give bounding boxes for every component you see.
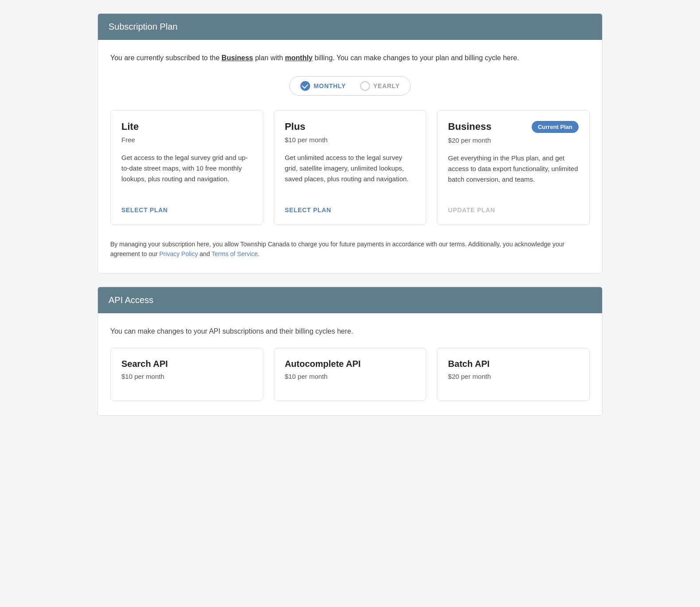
plan-card-business-header: Business Current Plan bbox=[448, 121, 579, 133]
api-access-body: You can make changes to your API subscri… bbox=[98, 313, 602, 415]
plan-action-lite: SELECT PLAN bbox=[121, 206, 252, 214]
api-plan-autocomplete: Autocomplete API $10 per month bbox=[274, 348, 427, 401]
terms-of-service-link[interactable]: Terms of Service bbox=[212, 250, 258, 257]
plans-grid: Lite Free Get access to the legal survey… bbox=[110, 110, 590, 225]
yearly-label: YEARLY bbox=[373, 82, 400, 89]
subscription-section: Subscription Plan You are currently subs… bbox=[97, 13, 603, 273]
plan-action-plus: SELECT PLAN bbox=[285, 206, 416, 214]
yearly-toggle-icon bbox=[360, 81, 370, 91]
plan-description-plus: Get unlimited access to the legal survey… bbox=[285, 152, 416, 197]
current-billing-cycle: monthly bbox=[285, 54, 312, 62]
api-access-intro: You can make changes to your API subscri… bbox=[110, 326, 590, 337]
api-plans-grid: Search API $10 per month Autocomplete AP… bbox=[110, 348, 590, 401]
api-access-header: API Access bbox=[98, 287, 602, 313]
api-plan-name-autocomplete: Autocomplete API bbox=[285, 359, 416, 369]
plan-price-lite: Free bbox=[121, 136, 252, 144]
plan-name-plus: Plus bbox=[285, 121, 305, 132]
api-access-section: API Access You can make changes to your … bbox=[97, 287, 603, 416]
api-plan-batch: Batch API $20 per month bbox=[437, 348, 590, 401]
api-access-title: API Access bbox=[109, 295, 153, 305]
api-plan-price-batch: $20 per month bbox=[448, 373, 579, 380]
subscription-footer: By managing your subscription here, you … bbox=[110, 239, 590, 259]
subscription-title: Subscription Plan bbox=[109, 22, 178, 31]
plan-price-business: $20 per month bbox=[448, 136, 579, 144]
plan-name-lite: Lite bbox=[121, 121, 139, 132]
monthly-label: MONTHLY bbox=[314, 82, 346, 89]
api-plan-name-batch: Batch API bbox=[448, 359, 579, 369]
plan-description-lite: Get access to the legal survey grid and … bbox=[121, 152, 252, 197]
api-plan-search: Search API $10 per month bbox=[110, 348, 263, 401]
current-plan-name: Business bbox=[222, 54, 253, 62]
plan-price-plus: $10 per month bbox=[285, 136, 416, 144]
plan-card-business: Business Current Plan $20 per month Get … bbox=[437, 110, 590, 225]
subscription-intro: You are currently subscribed to the Busi… bbox=[110, 52, 590, 64]
privacy-policy-link[interactable]: Privacy Policy bbox=[159, 250, 198, 257]
plan-card-lite: Lite Free Get access to the legal survey… bbox=[110, 110, 263, 225]
plan-card-plus: Plus $10 per month Get unlimited access … bbox=[274, 110, 427, 225]
select-plan-plus[interactable]: SELECT PLAN bbox=[285, 206, 331, 214]
api-plan-price-autocomplete: $10 per month bbox=[285, 373, 416, 380]
plan-description-business: Get everything in the Plus plan, and get… bbox=[448, 153, 579, 197]
subscription-body: You are currently subscribed to the Busi… bbox=[98, 40, 602, 273]
api-plan-name-search: Search API bbox=[121, 359, 252, 369]
plan-name-business: Business bbox=[448, 121, 491, 132]
monthly-toggle-icon bbox=[300, 81, 310, 91]
plan-card-plus-header: Plus bbox=[285, 121, 416, 132]
update-plan-business[interactable]: UPDATE PLAN bbox=[448, 206, 495, 214]
api-plan-price-search: $10 per month bbox=[121, 373, 252, 380]
plan-card-lite-header: Lite bbox=[121, 121, 252, 132]
billing-toggle-container: MONTHLY YEARLY bbox=[110, 76, 590, 96]
select-plan-lite[interactable]: SELECT PLAN bbox=[121, 206, 168, 214]
subscription-header: Subscription Plan bbox=[98, 14, 602, 40]
yearly-toggle[interactable]: YEARLY bbox=[357, 79, 404, 93]
current-plan-badge: Current Plan bbox=[532, 121, 579, 133]
monthly-toggle[interactable]: MONTHLY bbox=[297, 79, 350, 93]
plan-action-business: UPDATE PLAN bbox=[448, 206, 579, 214]
billing-toggle: MONTHLY YEARLY bbox=[289, 76, 411, 96]
